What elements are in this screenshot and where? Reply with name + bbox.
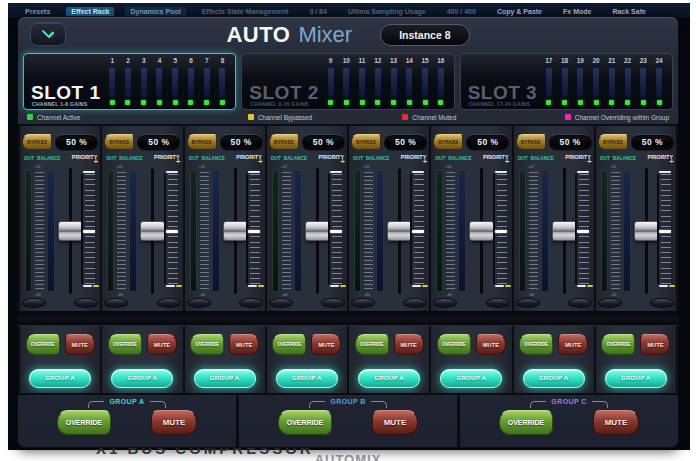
mute-button[interactable]: MUTE	[640, 334, 670, 355]
mute-button[interactable]: MUTE	[476, 334, 506, 355]
priority-min-mark	[83, 285, 92, 287]
override-button[interactable]: OVERRIDE	[519, 334, 553, 355]
group-override-button[interactable]: OVERRIDE	[499, 410, 553, 435]
channel-gain-bar	[204, 68, 210, 97]
priority-handle[interactable]	[330, 230, 342, 233]
channel-strip: BYPASS 50 % OUT BALANCE PRIORITY + +22 -…	[185, 126, 265, 393]
mute-button[interactable]: MUTE	[229, 334, 259, 355]
priority-slider[interactable]	[573, 166, 591, 294]
group-mute-button[interactable]: MUTE	[151, 410, 197, 435]
override-button[interactable]: OVERRIDE	[190, 334, 224, 355]
priority-ticks	[414, 174, 424, 284]
bypass-button[interactable]: BYPASS	[22, 134, 52, 150]
priority-min-mark	[248, 285, 257, 287]
group-mute-button[interactable]: MUTE	[372, 410, 418, 435]
out-label: OUT	[106, 156, 116, 161]
bypass-button[interactable]: BYPASS	[187, 134, 217, 150]
bypass-button[interactable]: BYPASS	[351, 134, 381, 150]
strip-header: BYPASS 50 %	[596, 126, 676, 153]
priority-handle[interactable]	[166, 230, 178, 233]
priority-slider[interactable]	[491, 166, 509, 294]
override-button[interactable]: OVERRIDE	[437, 334, 471, 355]
priority-slider[interactable]	[408, 166, 426, 294]
override-button[interactable]: OVERRIDE	[601, 334, 635, 355]
collapse-button[interactable]	[30, 22, 66, 46]
priority-handle[interactable]	[577, 230, 589, 233]
balance-meter	[294, 170, 302, 292]
divider-band	[18, 311, 102, 326]
bypass-button[interactable]: BYPASS	[598, 134, 628, 150]
gain-value-display[interactable]: 50 %	[55, 134, 98, 151]
group-assign-button[interactable]: GROUP A	[29, 369, 91, 388]
group-override-button[interactable]: OVERRIDE	[57, 410, 111, 435]
bypass-button[interactable]: BYPASS	[433, 134, 463, 150]
group-assign-button[interactable]: GROUP A	[111, 369, 173, 388]
strip-base-row	[514, 298, 594, 311]
scale-max-label: +22	[281, 165, 287, 169]
priority-handle[interactable]	[495, 230, 507, 233]
priority-handle[interactable]	[83, 230, 95, 233]
group-assign-button[interactable]: GROUP A	[523, 369, 585, 388]
priority-slider[interactable]	[655, 166, 673, 294]
priority-handle[interactable]	[659, 230, 671, 233]
slot-panel[interactable]: SLOT 2 CHANNEL 9-16 GAINS 9 10	[241, 53, 454, 110]
group-override-button[interactable]: OVERRIDE	[278, 410, 332, 435]
channel-number: 11	[359, 57, 366, 64]
mute-button[interactable]: MUTE	[65, 334, 95, 355]
gain-value-display[interactable]: 50 %	[302, 134, 345, 151]
bypass-button[interactable]: BYPASS	[104, 134, 134, 150]
priority-minus-icon	[422, 285, 428, 288]
slot-panel[interactable]: SLOT 1 CHANNEL 1-8 GAINS 1 2	[23, 53, 236, 110]
group-row: GROUP A	[349, 363, 429, 393]
slot-panel[interactable]: SLOT 3 CHANNEL 17-24 GAINS 17 18	[460, 53, 673, 110]
balance-scale-ticks	[529, 172, 538, 290]
mute-button[interactable]: MUTE	[394, 334, 424, 355]
channel-number: 17	[545, 57, 552, 64]
scale-min-label: -40	[35, 293, 41, 297]
priority-slider[interactable]	[244, 166, 262, 294]
out-meter	[519, 170, 526, 292]
channel-active-led	[173, 100, 178, 105]
override-button[interactable]: OVERRIDE	[108, 334, 142, 355]
group-assign-button[interactable]: GROUP A	[605, 369, 667, 388]
override-button[interactable]: OVERRIDE	[355, 334, 389, 355]
balance-scale-ticks	[282, 172, 291, 290]
priority-handle[interactable]	[412, 230, 424, 233]
priority-ticks	[250, 174, 260, 284]
channel-active-led	[594, 100, 599, 105]
priority-handle[interactable]	[248, 230, 260, 233]
group-assign-button[interactable]: GROUP A	[194, 369, 256, 388]
balance-meter	[623, 170, 631, 292]
oval-button	[239, 298, 263, 308]
override-button[interactable]: OVERRIDE	[272, 334, 306, 355]
instance-selector[interactable]: Instance 8	[380, 24, 469, 46]
bypass-button[interactable]: BYPASS	[516, 134, 546, 150]
gain-value-display[interactable]: 50 %	[220, 134, 263, 151]
priority-slider[interactable]	[162, 166, 180, 294]
gain-value-display[interactable]: 50 %	[631, 134, 674, 151]
group-mute-button[interactable]: MUTE	[593, 410, 639, 435]
fader-area: +22 -40	[517, 166, 591, 298]
gain-value-display[interactable]: 50 %	[137, 134, 180, 151]
divider-band	[512, 311, 596, 326]
channel-number: 5	[173, 57, 177, 64]
priority-slider[interactable]	[326, 166, 344, 294]
bypass-button[interactable]: BYPASS	[269, 134, 299, 150]
mute-button[interactable]: MUTE	[558, 334, 588, 355]
group-assign-button[interactable]: GROUP A	[440, 369, 502, 388]
channel-strip: BYPASS 50 % OUT BALANCE PRIORITY + +22 -…	[514, 126, 594, 393]
override-button[interactable]: OVERRIDE	[26, 334, 60, 355]
mute-button[interactable]: MUTE	[311, 334, 341, 355]
strip-labels: OUT BALANCE PRIORITY +	[431, 153, 511, 164]
channel-active-led	[423, 100, 428, 105]
channel-meter: 23	[635, 57, 651, 106]
group-assign-button[interactable]: GROUP A	[358, 369, 420, 388]
gain-value-display[interactable]: 50 %	[384, 134, 427, 151]
gain-value-display[interactable]: 50 %	[466, 134, 509, 151]
group-row: GROUP A	[596, 363, 676, 393]
priority-slider[interactable]	[79, 166, 97, 294]
gain-value-display[interactable]: 50 %	[549, 134, 592, 151]
mute-button[interactable]: MUTE	[147, 334, 177, 355]
group-assign-button[interactable]: GROUP A	[276, 369, 338, 388]
channel-gain-bar	[328, 68, 334, 97]
